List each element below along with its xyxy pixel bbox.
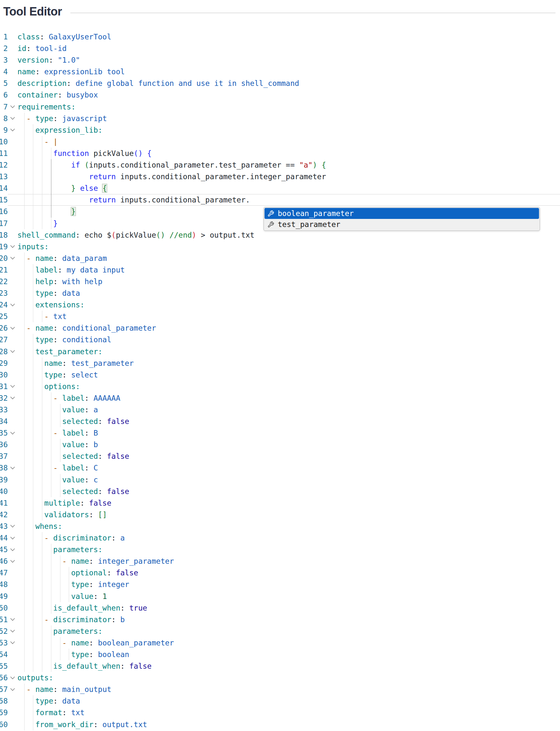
code-line[interactable]: 37 selected: false bbox=[0, 450, 560, 462]
code-text[interactable]: } else { bbox=[17, 183, 560, 194]
code-text[interactable]: function pickValue() { bbox=[17, 148, 560, 159]
code-text[interactable]: test_parameter: bbox=[17, 346, 560, 358]
completion-item[interactable]: boolean_parameter bbox=[264, 208, 539, 219]
fold-toggle[interactable] bbox=[8, 462, 17, 474]
code-line[interactable]: 28 test_parameter: bbox=[0, 346, 560, 358]
code-text[interactable]: - name: integer_parameter bbox=[17, 555, 560, 567]
fold-toggle[interactable] bbox=[8, 637, 17, 649]
code-text[interactable]: - label: AAAAAA bbox=[17, 392, 560, 404]
code-line[interactable]: 53 - name: boolean_parameter bbox=[0, 637, 560, 649]
code-line[interactable]: 38 - label: C bbox=[0, 462, 560, 474]
code-text[interactable]: label: my data input bbox=[17, 264, 560, 276]
code-text[interactable]: type: data bbox=[17, 695, 560, 707]
code-text[interactable]: value: b bbox=[17, 439, 560, 450]
code-line[interactable]: 18shell_command: echo $(pickValue() //en… bbox=[0, 229, 560, 241]
code-line[interactable]: 22 help: with help bbox=[0, 276, 560, 287]
code-text[interactable]: type: select bbox=[17, 369, 560, 381]
code-line[interactable]: 23 type: data bbox=[0, 287, 560, 299]
code-line[interactable]: 8 - type: javascript bbox=[0, 113, 560, 124]
code-line[interactable]: 46 - name: integer_parameter bbox=[0, 555, 560, 567]
code-line[interactable]: 34 selected: false bbox=[0, 415, 560, 427]
fold-toggle[interactable] bbox=[8, 299, 17, 311]
code-text[interactable]: multiple: false bbox=[17, 497, 560, 509]
code-line[interactable]: 1class: GalaxyUserTool bbox=[0, 31, 560, 43]
code-line[interactable]: 32 - label: AAAAAA bbox=[0, 392, 560, 404]
code-line[interactable]: 50 is_default_when: true bbox=[0, 602, 560, 614]
code-line[interactable]: 52 parameters: bbox=[0, 625, 560, 637]
code-text[interactable]: - name: boolean_parameter bbox=[17, 637, 560, 649]
code-line[interactable]: 5description: define global function and… bbox=[0, 78, 560, 89]
code-text[interactable]: validators: [] bbox=[17, 509, 560, 520]
code-line[interactable]: 31 options: bbox=[0, 381, 560, 392]
code-text[interactable]: value: c bbox=[17, 474, 560, 485]
code-text[interactable]: - | bbox=[17, 136, 560, 148]
code-line[interactable]: 42 validators: [] bbox=[0, 509, 560, 520]
fold-toggle[interactable] bbox=[8, 113, 17, 124]
code-text[interactable]: - type: javascript bbox=[17, 113, 560, 124]
code-line[interactable]: 4name: expressionLib tool bbox=[0, 66, 560, 78]
code-text[interactable]: - txt bbox=[17, 311, 560, 322]
code-text[interactable]: value: a bbox=[17, 404, 560, 415]
code-text[interactable]: - name: main_output bbox=[17, 684, 560, 695]
code-line[interactable]: 21 label: my data input bbox=[0, 264, 560, 276]
code-line[interactable]: 55 is_default_when: false bbox=[0, 660, 560, 672]
fold-toggle[interactable] bbox=[8, 427, 17, 439]
fold-toggle[interactable] bbox=[8, 532, 17, 544]
code-line[interactable]: 27 type: conditional bbox=[0, 334, 560, 346]
fold-toggle[interactable] bbox=[8, 124, 17, 136]
code-line[interactable]: 9 expression_lib: bbox=[0, 124, 560, 136]
code-line[interactable]: 58 type: data bbox=[0, 695, 560, 707]
code-line[interactable]: 11 function pickValue() { bbox=[0, 148, 560, 159]
code-text[interactable]: container: busybox bbox=[17, 89, 560, 101]
code-line[interactable]: 19inputs: bbox=[0, 241, 560, 253]
autocomplete-popup[interactable]: boolean_parametertest_parameter bbox=[264, 207, 540, 231]
code-line[interactable]: 2id: tool-id bbox=[0, 43, 560, 54]
code-text[interactable]: class: GalaxyUserTool bbox=[17, 31, 560, 43]
code-text[interactable]: options: bbox=[17, 381, 560, 392]
code-text[interactable]: value: 1 bbox=[17, 590, 560, 602]
code-text[interactable]: name: test_parameter bbox=[17, 358, 560, 369]
fold-toggle[interactable] bbox=[8, 381, 17, 392]
code-text[interactable]: id: tool-id bbox=[17, 43, 560, 54]
code-text[interactable]: - discriminator: a bbox=[17, 532, 560, 544]
code-text[interactable]: - name: conditional_parameter bbox=[17, 322, 560, 334]
code-line[interactable]: 25 - txt bbox=[0, 311, 560, 322]
fold-toggle[interactable] bbox=[8, 392, 17, 404]
code-text[interactable]: return inputs.conditional_parameter. bbox=[17, 194, 560, 206]
code-text[interactable]: requirements: bbox=[17, 101, 560, 113]
code-line[interactable]: 51 - discriminator: b bbox=[0, 614, 560, 625]
code-line[interactable]: 36 value: b bbox=[0, 439, 560, 450]
code-line[interactable]: 30 type: select bbox=[0, 369, 560, 381]
fold-toggle[interactable] bbox=[8, 672, 17, 684]
code-line[interactable]: 24 extensions: bbox=[0, 299, 560, 311]
code-line[interactable]: 43 whens: bbox=[0, 520, 560, 532]
code-line[interactable]: 57 - name: main_output bbox=[0, 684, 560, 695]
code-line[interactable]: 48 type: integer bbox=[0, 579, 560, 590]
code-text[interactable]: extensions: bbox=[17, 299, 560, 311]
code-text[interactable]: name: expressionLib tool bbox=[17, 66, 560, 78]
code-line[interactable]: 44 - discriminator: a bbox=[0, 532, 560, 544]
fold-toggle[interactable] bbox=[8, 346, 17, 358]
code-text[interactable]: is_default_when: true bbox=[17, 602, 560, 614]
code-text[interactable]: - label: C bbox=[17, 462, 560, 474]
fold-toggle[interactable] bbox=[8, 614, 17, 625]
code-line[interactable]: 54 type: boolean bbox=[0, 649, 560, 660]
code-line[interactable]: 13 return inputs.conditional_parameter.i… bbox=[0, 171, 560, 183]
completion-item[interactable]: test_parameter bbox=[264, 219, 539, 230]
fold-toggle[interactable] bbox=[8, 544, 17, 555]
code-text[interactable]: selected: false bbox=[17, 485, 560, 497]
fold-toggle[interactable] bbox=[8, 322, 17, 334]
code-line[interactable]: 6container: busybox bbox=[0, 89, 560, 101]
code-text[interactable]: format: txt bbox=[17, 707, 560, 718]
code-text[interactable]: outputs: bbox=[17, 672, 560, 684]
fold-toggle[interactable] bbox=[8, 241, 17, 253]
code-line[interactable]: 3version: "1.0" bbox=[0, 54, 560, 66]
code-text[interactable]: whens: bbox=[17, 520, 560, 532]
fold-toggle[interactable] bbox=[8, 253, 17, 264]
code-text[interactable]: is_default_when: false bbox=[17, 660, 560, 672]
code-text[interactable]: if (inputs.conditional_parameter.test_pa… bbox=[17, 159, 560, 171]
code-text[interactable]: parameters: bbox=[17, 625, 560, 637]
fold-toggle[interactable] bbox=[8, 555, 17, 567]
code-text[interactable]: help: with help bbox=[17, 276, 560, 287]
code-line[interactable]: 35 - label: B bbox=[0, 427, 560, 439]
